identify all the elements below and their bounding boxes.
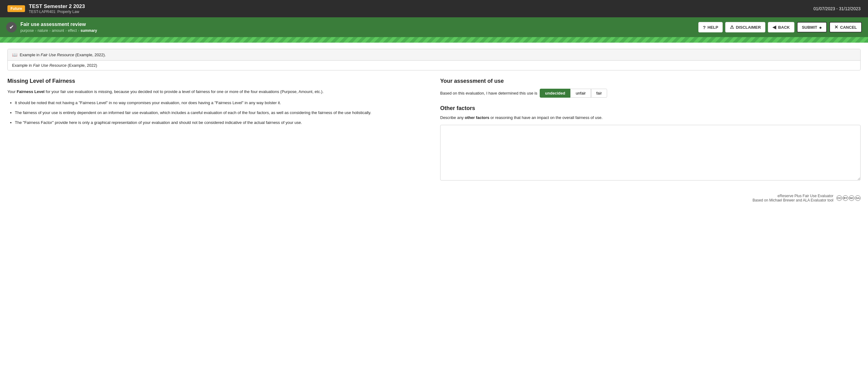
content-area: 📖 Example in Fair Use Resource (Example,… xyxy=(0,43,868,188)
list-item: It should be noted that not having a "Fa… xyxy=(15,99,428,106)
review-title: Fair use assessment review xyxy=(21,22,97,27)
choice-group: undecided unfair fair xyxy=(540,89,607,98)
cancel-icon: ✕ xyxy=(834,24,838,30)
top-bar-left: Future TEST Semester 2 2023 TEST-LAPR401… xyxy=(7,3,85,14)
assessment-title: Your assessment of use xyxy=(440,78,861,84)
submit-icon: ● xyxy=(819,25,822,30)
other-factors-textarea[interactable] xyxy=(440,125,861,181)
reference-box-top: 📖 Example in Fair Use Resource (Example,… xyxy=(8,49,860,61)
assessment-prefix: Based on this evaluation, I have determi… xyxy=(440,91,537,95)
col-right: Your assessment of use Based on this eva… xyxy=(440,78,861,181)
disclaimer-button[interactable]: ⚠ DISCLAIMER xyxy=(725,22,765,32)
col-left: Missing Level of Fairness Your Fairness … xyxy=(7,78,428,181)
cc-badge: CC BY NC SA xyxy=(836,195,861,201)
course-subtitle: TEST-LAPR401: Property Law xyxy=(29,9,85,14)
breadcrumb-nature: nature xyxy=(37,28,48,33)
list-item: The fairness of your use is entirely dep… xyxy=(15,110,428,116)
submit-button[interactable]: SUBMIT ● xyxy=(797,22,827,32)
cc-icon: CC xyxy=(836,195,842,201)
disclaimer-icon: ⚠ xyxy=(730,24,734,30)
other-factors-title: Other factors xyxy=(440,105,861,112)
reference-box-bottom: Example in Fair Use Resource (Example, 2… xyxy=(8,61,860,70)
help-button[interactable]: ? HELP xyxy=(698,22,723,32)
back-icon: ◀ xyxy=(773,24,776,30)
by-icon: BY xyxy=(843,195,848,201)
top-bar: Future TEST Semester 2 2023 TEST-LAPR401… xyxy=(0,0,868,17)
review-icon: ✔ xyxy=(6,22,17,32)
green-header-left: ✔ Fair use assessment review purpose › n… xyxy=(6,22,97,33)
missing-desc: Your Fairness Level for your fair use ev… xyxy=(7,89,428,95)
breadcrumb-purpose: purpose xyxy=(21,28,34,33)
top-bar-title: TEST Semester 2 2023 TEST-LAPR401: Prope… xyxy=(29,3,85,14)
assessment-row: Based on this evaluation, I have determi… xyxy=(440,89,861,98)
reference-box: 📖 Example in Fair Use Resource (Example,… xyxy=(7,49,861,70)
reference-top-text: Example in Fair Use Resource (Example, 2… xyxy=(20,53,106,57)
other-factors-desc: Describe any other factors or reasoning … xyxy=(440,115,861,121)
footer: eReserve Plus Fair Use Evaluator Based o… xyxy=(0,188,868,207)
choice-fair[interactable]: fair xyxy=(591,89,607,98)
list-item: The "Fairness Factor" provide here is on… xyxy=(15,119,428,126)
footer-line2: Based on Michael Brewer and ALA Evaluato… xyxy=(753,198,834,203)
breadcrumb-summary: summary xyxy=(81,28,97,33)
green-header: ✔ Fair use assessment review purpose › n… xyxy=(0,17,868,37)
cancel-button[interactable]: ✕ CANCEL xyxy=(829,22,862,32)
breadcrumb-effect: effect xyxy=(68,28,77,33)
back-button[interactable]: ◀ BACK xyxy=(768,22,795,32)
footer-line1: eReserve Plus Fair Use Evaluator xyxy=(753,194,834,198)
book-icon: 📖 xyxy=(12,52,17,57)
bullet-list: It should be noted that not having a "Fa… xyxy=(7,99,428,126)
header-buttons: ? HELP ⚠ DISCLAIMER ◀ BACK SUBMIT ● ✕ CA… xyxy=(698,22,862,32)
date-range: 01/07/2023 - 31/12/2023 xyxy=(813,6,861,11)
progress-bar-fill xyxy=(0,37,868,43)
two-col: Missing Level of Fairness Your Fairness … xyxy=(7,78,861,181)
future-badge: Future xyxy=(7,5,25,12)
breadcrumb: purpose › nature › amount › effect › sum… xyxy=(21,28,97,33)
choice-unfair[interactable]: unfair xyxy=(570,89,591,98)
breadcrumb-amount: amount xyxy=(52,28,64,33)
course-title: TEST Semester 2 2023 xyxy=(29,3,85,9)
progress-bar xyxy=(0,37,868,43)
help-icon: ? xyxy=(703,25,706,30)
missing-title: Missing Level of Fairness xyxy=(7,78,428,84)
nc-icon: NC xyxy=(849,195,855,201)
footer-text: eReserve Plus Fair Use Evaluator Based o… xyxy=(753,194,834,203)
reference-bottom-text: Example in Fair Use Resource (Example, 2… xyxy=(12,63,97,68)
review-title-block: Fair use assessment review purpose › nat… xyxy=(21,22,97,33)
choice-undecided[interactable]: undecided xyxy=(540,89,570,98)
sa-icon: SA xyxy=(855,195,861,201)
